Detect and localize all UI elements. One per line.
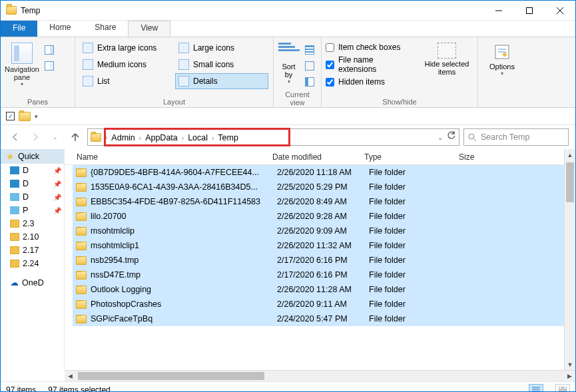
sidebar-item[interactable]: D📌 [1, 190, 64, 204]
qat-dropdown-icon[interactable]: ▾ [35, 113, 38, 120]
quick-access-toolbar: ✓ ▾ [1, 108, 575, 125]
add-columns-button[interactable] [302, 59, 317, 73]
sidebar-item[interactable]: D📌 [1, 164, 64, 177]
column-name[interactable]: Name [73, 152, 268, 162]
pin-icon: 📌 [53, 194, 61, 201]
hidden-items-checkbox[interactable]: Hidden items [326, 77, 414, 87]
showhide-label: Show/hide [326, 97, 473, 106]
sidebar[interactable]: ★Quick D📌D📌D📌P📌2.32.102.172.24 ☁OneD [1, 149, 65, 370]
sidebar-item-icon [10, 220, 19, 228]
addr-dropdown-icon[interactable]: ⌄ [437, 134, 443, 141]
close-button[interactable] [545, 1, 575, 21]
table-row[interactable]: {0B7D9DE5-4BFB-414A-9604-A7FECEE44...2/2… [73, 165, 567, 180]
breadcrumb-admin[interactable]: Admin [109, 133, 137, 142]
file-pane: Name Date modified Type Size {0B7D9DE5-4… [65, 149, 575, 370]
sidebar-item-icon [10, 193, 19, 201]
menu-share[interactable]: Share [83, 21, 128, 37]
menu-view[interactable]: View [128, 21, 170, 37]
view-option-details[interactable]: Details [175, 73, 268, 89]
column-headers: Name Date modified Type Size [65, 149, 575, 165]
menu-home[interactable]: Home [37, 21, 83, 37]
table-row[interactable]: SGPicFaceTpBq2/24/2020 5:47 PMFile folde… [73, 311, 567, 326]
file-list[interactable]: {0B7D9DE5-4BFB-414A-9604-A7FECEE44...2/2… [65, 165, 575, 370]
size-columns-button[interactable] [302, 75, 317, 89]
preview-pane-button[interactable] [42, 43, 57, 57]
details-view-button[interactable] [529, 384, 543, 393]
view-option-medium-icons[interactable]: Medium icons [79, 57, 172, 73]
view-option-icon [178, 43, 189, 53]
view-option-icon [83, 76, 93, 87]
details-pane-button[interactable] [42, 59, 57, 73]
sort-by-button[interactable]: Sort by ▾ [278, 40, 300, 85]
sidebar-item-onedrive[interactable]: ☁OneD [1, 276, 64, 290]
sidebar-item[interactable]: D📌 [1, 177, 64, 190]
scroll-left-icon[interactable]: ◀ [65, 371, 76, 381]
view-option-extra-large-icons[interactable]: Extra large icons [79, 40, 172, 56]
select-all-checkbox[interactable]: ✓ [6, 112, 15, 120]
breadcrumb-local[interactable]: Local [185, 133, 210, 142]
thumbnails-view-button[interactable] [555, 384, 570, 393]
hide-selected-items-button[interactable]: Hide selected items [420, 40, 473, 92]
vertical-scrollbar[interactable]: ▲ ▼ [564, 149, 575, 370]
table-row[interactable]: Outlook Logging2/26/2020 11:28 AMFile fo… [73, 282, 567, 297]
file-name-extensions-checkbox[interactable]: File name extensions [326, 55, 414, 74]
address-bar[interactable]: › Admin›AppData›Local›Temp ⌄ [87, 128, 459, 146]
svg-rect-13 [559, 387, 562, 389]
view-option-small-icons[interactable]: Small icons [175, 57, 268, 73]
column-type[interactable]: Type [360, 152, 455, 162]
table-row[interactable]: 1535E0A9-6CA1-4A39-A3AA-28416B34D5...2/2… [73, 180, 567, 194]
column-date[interactable]: Date modified [268, 152, 360, 162]
addr-folder-icon [91, 133, 101, 142]
sidebar-item-icon [10, 246, 19, 254]
breadcrumb-appdata[interactable]: AppData [143, 133, 180, 142]
item-check-boxes-checkbox[interactable]: Item check boxes [326, 43, 414, 52]
current-view-label: Current view [278, 89, 317, 106]
scroll-thumb[interactable] [566, 162, 574, 202]
titlebar: Temp [1, 1, 575, 21]
refresh-button[interactable] [447, 131, 456, 143]
column-size[interactable]: Size [455, 152, 508, 162]
view-option-large-icons[interactable]: Large icons [175, 40, 268, 56]
folder-icon [76, 256, 87, 265]
recent-locations-button[interactable]: ⌄ [47, 129, 63, 145]
pin-icon: 📌 [53, 167, 61, 174]
table-row[interactable]: PhotoshopCrashes2/26/2020 9:11 AMFile fo… [73, 297, 567, 311]
back-button[interactable] [7, 129, 23, 145]
scroll-right-icon[interactable]: ▶ [564, 371, 575, 381]
navigation-pane-label: Navigation pane [5, 65, 39, 81]
scroll-down-icon[interactable]: ▼ [565, 359, 575, 370]
menubar: File Home Share View ᐱ ? [1, 21, 575, 37]
minimize-button[interactable] [483, 1, 514, 21]
table-row[interactable]: lilo.207002/26/2020 9:28 AMFile folder [73, 209, 567, 224]
table-row[interactable]: msohtmlclip12/26/2020 11:32 AMFile folde… [73, 238, 567, 253]
scroll-up-icon[interactable]: ▲ [565, 149, 575, 160]
up-button[interactable] [67, 129, 83, 145]
view-option-icon [83, 43, 93, 53]
sidebar-item[interactable]: 2.10 [1, 230, 64, 244]
menu-file[interactable]: File [1, 21, 37, 37]
horizontal-scrollbar[interactable]: ◀ ▶ [65, 370, 575, 381]
table-row[interactable]: nsb2954.tmp2/17/2020 6:16 PMFile folder [73, 253, 567, 268]
sidebar-item[interactable]: 2.17 [1, 244, 64, 257]
options-button[interactable]: Options ▾ [482, 40, 522, 77]
search-input[interactable]: Search Temp [463, 128, 569, 146]
scroll-thumb-h[interactable] [78, 372, 264, 380]
view-option-list[interactable]: List [79, 73, 172, 89]
sidebar-item-quick-access[interactable]: ★Quick [1, 149, 64, 164]
sidebar-item[interactable]: 2.3 [1, 217, 64, 230]
maximize-button[interactable] [514, 1, 545, 21]
table-row[interactable]: EBB5C354-4FDE-4B97-825A-6D411F1145832/26… [73, 194, 567, 209]
ribbon-showhide-section: Item check boxes File name extensions Hi… [322, 37, 478, 107]
forward-button[interactable] [27, 129, 43, 145]
sidebar-item-icon [10, 260, 19, 268]
breadcrumb-temp[interactable]: Temp [215, 133, 241, 142]
table-row[interactable]: msohtmlclip2/26/2020 9:09 AMFile folder [73, 224, 567, 238]
table-row[interactable]: nssD47E.tmp2/17/2020 6:16 PMFile folder [73, 268, 567, 282]
navigation-pane-button[interactable]: Navigation pane ▾ [5, 40, 39, 87]
group-by-button[interactable] [302, 43, 317, 57]
sidebar-item[interactable]: P📌 [1, 204, 64, 217]
sidebar-item[interactable]: 2.24 [1, 257, 64, 270]
folder-icon [76, 300, 87, 309]
chevron-right-icon[interactable]: › [104, 134, 109, 141]
options-label: Options [482, 63, 522, 71]
